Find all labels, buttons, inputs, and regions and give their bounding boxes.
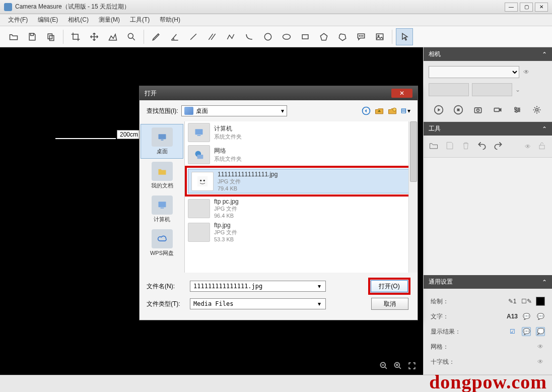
filter-icon[interactable]	[511, 103, 524, 116]
svg-point-25	[393, 108, 396, 111]
svg-point-20	[518, 109, 520, 110]
redo-icon[interactable]	[493, 141, 503, 152]
angle-icon[interactable]	[166, 28, 183, 45]
filetype-combo[interactable]	[190, 298, 326, 309]
menu-tools[interactable]: 工具(T)	[125, 14, 155, 26]
gear-icon[interactable]	[530, 103, 543, 116]
edit-setting-icon[interactable]: ☐✎	[522, 297, 531, 306]
camera-setting-2[interactable]	[472, 83, 512, 96]
pointer-icon[interactable]	[396, 28, 413, 45]
bubble2-icon[interactable]: 💬	[536, 312, 545, 321]
computer-place-icon	[152, 195, 173, 215]
canvas-zoom-controls	[379, 361, 417, 371]
result-bubble1-icon[interactable]: 💬	[522, 327, 531, 336]
save-icon[interactable]	[24, 28, 41, 45]
fill-setting-icon[interactable]: ■	[536, 297, 545, 306]
newfolder-icon[interactable]	[387, 106, 397, 116]
area-icon[interactable]	[104, 28, 121, 45]
window-title: Camera Measure（试用版 - 15 天后过期）	[15, 3, 505, 11]
menu-help[interactable]: 帮助(H)	[155, 14, 185, 26]
polygon-icon[interactable]	[334, 28, 351, 45]
crop-icon[interactable]	[67, 28, 84, 45]
stop-icon[interactable]	[452, 103, 465, 116]
menu-edit[interactable]: 编辑(E)	[33, 14, 63, 26]
open-button[interactable]: 打开(O)	[371, 280, 408, 292]
pentagon-icon[interactable]	[315, 28, 332, 45]
computer-thumb-icon	[188, 123, 210, 142]
panel-tool-header[interactable]: 工具 ⌃	[424, 122, 552, 136]
parallel-icon[interactable]	[203, 28, 221, 45]
app-icon	[4, 3, 12, 11]
minimize-button[interactable]: —	[505, 3, 518, 12]
folder-icon[interactable]	[429, 141, 439, 152]
comment-icon[interactable]	[353, 28, 370, 45]
snapshot-icon[interactable]	[471, 103, 485, 116]
play-icon[interactable]	[432, 103, 445, 116]
pencil-icon[interactable]	[148, 28, 165, 45]
svg-point-37	[203, 179, 205, 181]
menu-file[interactable]: 文件(F)	[3, 14, 33, 26]
copy-icon[interactable]	[42, 28, 59, 45]
zoom-icon[interactable]	[123, 28, 140, 45]
dialog-titlebar[interactable]: 打开 ✕	[140, 86, 418, 100]
camera-select[interactable]	[429, 66, 519, 78]
lookin-combo[interactable]: 桌面 ▾	[181, 105, 287, 116]
move-icon[interactable]	[86, 28, 103, 45]
zoom-in-icon[interactable]	[393, 361, 403, 371]
save-tool-icon[interactable]	[445, 141, 455, 152]
pencil-setting-icon[interactable]: ✎1	[508, 297, 517, 306]
lock-icon[interactable]	[537, 141, 547, 152]
trash-icon[interactable]	[461, 141, 471, 152]
circle-icon[interactable]	[259, 28, 277, 45]
viewmenu-icon[interactable]: ▾	[400, 106, 410, 116]
visibility-icon[interactable]: 👁	[525, 143, 531, 150]
menu-camera[interactable]: 相机(C)	[63, 14, 94, 26]
ellipse-icon[interactable]	[278, 28, 295, 45]
place-computer[interactable]: 计算机	[141, 192, 183, 226]
dialog-close-button[interactable]: ✕	[391, 89, 412, 98]
file-item-computer[interactable]: 计算机 系统文件夹	[185, 121, 418, 144]
file-item-selected[interactable]: 111111111111111.jpg JPG 文件 79.4 KB	[188, 169, 415, 193]
panel-camera-header[interactable]: 相机 ⌃	[424, 47, 552, 61]
result-check-icon[interactable]: ☑	[508, 327, 517, 336]
result-bubble2-icon[interactable]: 💭	[536, 327, 545, 336]
image-icon[interactable]	[371, 28, 388, 45]
undo-icon[interactable]	[477, 141, 487, 152]
file-item-ftp[interactable]: ftp.jpg JPG 文件 53.3 KB	[185, 220, 418, 244]
scrollbar[interactable]	[408, 121, 418, 273]
record-icon[interactable]	[491, 103, 504, 116]
close-button[interactable]: ✕	[535, 3, 548, 12]
file-item-ftppc[interactable]: ftp pc.jpg JPG 文件 96.4 KB	[185, 197, 418, 220]
cancel-button[interactable]: 取消	[371, 298, 408, 310]
up-icon[interactable]	[374, 106, 384, 116]
font-setting-icon[interactable]: A13	[508, 312, 517, 321]
file-item-network[interactable]: 网络 系统文件夹	[185, 144, 418, 166]
menu-measure[interactable]: 测量(M)	[94, 14, 125, 26]
zoom-out-icon[interactable]	[379, 361, 389, 371]
bubble1-icon[interactable]: 💬	[522, 312, 531, 321]
polyline-icon[interactable]	[222, 28, 239, 45]
expand-icon[interactable]: ⌄	[515, 86, 520, 93]
panel-settings-header[interactable]: 通用设置 ⌃	[424, 275, 552, 289]
open-icon[interactable]	[5, 28, 22, 45]
lookin-label: 查找范围(I):	[147, 107, 178, 115]
file-list[interactable]: 计算机 系统文件夹 网络 系统文件夹 111111111111111.jpg J…	[185, 121, 418, 273]
grid-eye-icon[interactable]: 👁	[536, 342, 545, 351]
cross-eye-icon[interactable]: 👁	[536, 357, 545, 366]
jpg-thumb-icon	[188, 223, 210, 242]
filename-input[interactable]	[190, 281, 326, 292]
curve-icon[interactable]	[241, 28, 258, 45]
scroll-thumb[interactable]	[410, 121, 417, 182]
rect-icon[interactable]	[297, 28, 314, 45]
camera-setting-1[interactable]	[429, 83, 469, 96]
side-panel: 相机 ⌃ 👁 ⌄	[423, 47, 552, 375]
line-icon[interactable]	[185, 28, 202, 45]
fullscreen-icon[interactable]	[407, 361, 417, 371]
svg-rect-28	[161, 140, 163, 141]
maximize-button[interactable]: ▢	[520, 3, 533, 12]
eye-icon[interactable]: 👁	[523, 69, 529, 76]
place-wps[interactable]: WPS网盘	[141, 226, 183, 260]
place-desktop[interactable]: 桌面	[141, 124, 183, 159]
back-icon[interactable]	[361, 106, 371, 116]
place-mydocs[interactable]: 我的文档	[141, 159, 183, 192]
